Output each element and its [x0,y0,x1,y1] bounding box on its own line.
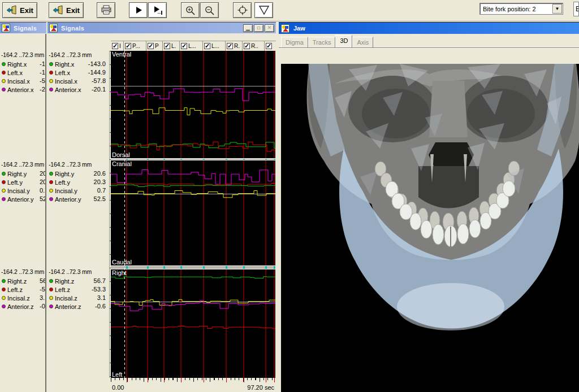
trace-color-dot [49,304,53,308]
signal-row: Left.y20.3 [47,178,109,186]
trace-color-dot [2,62,6,66]
tab-3d[interactable]: 3D [335,35,352,47]
trace-color-dot [2,189,6,193]
play-to-end-button[interactable] [148,2,167,18]
trace-color-dot [2,88,6,92]
signal-range: -164.2 ..72.3 mm [0,51,45,60]
crosshair-icon [237,5,248,16]
filter-funnel-button[interactable] [254,2,273,18]
trace-color-dot [2,180,6,184]
signal-group-x: -164.2 ..72.3 mm Right.x-143.0 Left.x-14… [0,51,45,94]
signal-row: Left.y20.3 [0,178,45,186]
combobox-dropdown-arrow[interactable]: ▼ [552,4,562,14]
tab-axis[interactable]: Axis [352,37,373,47]
signal-row: Right.x-143.0 [47,60,109,68]
trace-color-dot [2,279,6,283]
trace-checkbox[interactable]: L. [163,41,180,51]
exit-button-label: Exit [66,6,80,15]
signals-panel: -164.2 ..72.3 mm Right.x-143.0 Left.x-14… [47,34,109,392]
exit-button-2[interactable]: Exit [49,2,84,18]
trace-checkbox[interactable]: R. [226,41,243,51]
trace-checkbox[interactable]: P... [124,41,146,51]
zoom-out-button[interactable] [200,2,219,18]
signal-row: Anterior.x-20.1 [0,85,45,94]
trace-color-dot [49,88,53,92]
trace-checkbox[interactable] [265,41,276,51]
jaw-window-titlebar[interactable]: Jaw [279,22,579,34]
signal-group-y: -164.2 ..72.3 mm Right.y20.6 Left.y20.3 … [0,161,45,203]
skull-3d-render [281,64,579,392]
signal-row: Right.y20.6 [47,169,109,178]
signal-row: Right.y20.6 [0,169,45,178]
close-button[interactable]: ✕ [265,24,274,32]
signal-row: Left.z-53.3 [47,285,109,294]
signal-range: -164.2 ..72.3 mm [47,161,109,169]
panel-separator [111,265,275,269]
time-axis-ticks [111,378,275,384]
signal-range: -164.2 ..72.3 mm [0,161,45,169]
checkbox-checked-icon[interactable] [204,43,210,49]
checkbox-checked-icon[interactable] [227,43,233,49]
checkbox-checked-icon[interactable] [125,43,131,49]
exit-door-icon [6,5,18,16]
chart-panel-z[interactable]: Right Left [111,269,275,378]
trace-color-dot [2,197,6,201]
checkbox-checked-icon[interactable] [112,43,118,49]
checkbox-checked-icon[interactable] [266,43,272,49]
center-crosshair-button[interactable] [233,2,252,18]
minimize-button[interactable]: ▁ [243,24,253,32]
trace-color-dot [2,288,6,291]
trace-color-dot [2,296,6,300]
jaw-window-icon [281,24,290,33]
trace-checkbox[interactable]: L... [180,41,203,51]
signal-group-z: -164.2 ..72.3 mm Right.z56.7 Left.z-53.3… [0,268,45,311]
chart-panel-x[interactable]: Ventral Dorsal [111,51,275,158]
signal-group-x: -164.2 ..72.3 mm Right.x-143.0 Left.x-14… [47,51,109,94]
signal-row: Incisal.y0.7 [0,186,45,195]
trace-checkbox[interactable]: R.. [243,41,265,51]
trace-color-dot [2,172,6,176]
clipped-edge-control[interactable]: E [573,2,579,16]
signals-chart-area[interactable]: Ventral Dorsal Cranial Caudal Right Left [111,51,275,378]
zoom-in-button[interactable] [181,2,200,18]
trace-checkbox[interactable]: P [146,41,163,51]
tab-digma[interactable]: Digma [281,37,308,47]
signal-row: Anterior.y52.5 [0,195,45,203]
trace-checkbox-row: I P... P L. L... L... R. R.. [111,41,276,51]
signal-group-y: -164.2 ..72.3 mm Right.y20.6 Left.y20.3 … [47,161,109,203]
signal-row: Anterior.x-20.1 [47,85,109,94]
jaw-3d-viewport[interactable] [281,64,579,392]
signals-window2-title: Signals [61,25,84,32]
signal-row: Anterior.y52.5 [47,195,109,203]
bite-fork-position-value: Bite fork position: 2 [480,6,552,12]
signals-window-title: Signals [14,25,37,32]
signal-range: -164.2 ..72.3 mm [47,268,109,277]
tab-tracks[interactable]: Tracks [308,37,336,47]
panel-bottom-label: Dorsal [112,151,130,158]
signal-row: Right.z56.7 [0,277,45,285]
play-button[interactable] [129,2,148,18]
time-cursor-line[interactable] [124,51,125,378]
trace-checkbox[interactable]: L... [203,41,226,51]
signals-panel-clipped: -164.2 ..72.3 mm Right.x-143.0 Left.x-14… [0,34,46,392]
trace-checkbox[interactable]: I [111,41,124,51]
maximize-button[interactable]: □ [254,24,263,32]
bite-fork-position-select[interactable]: Bite fork position: 2 ▼ [479,3,563,15]
signals-window2-titlebar[interactable]: Signals ▁ □ ✕ [47,22,276,33]
checkbox-checked-icon[interactable] [164,43,170,49]
signal-row: Incisal.z3.1 [0,294,45,302]
exit-button[interactable]: Exit [2,2,37,18]
checkbox-checked-icon[interactable] [148,43,154,49]
exit-door-icon [53,5,64,16]
panel-bottom-label: Left [112,371,122,378]
panel-top-label: Cranial [112,160,132,167]
signals-window-titlebar[interactable]: Signals [0,22,46,33]
print-button[interactable] [97,2,115,18]
trace-color-dot [2,304,6,308]
zoom-out-icon [204,5,215,16]
checkbox-checked-icon[interactable] [181,43,187,49]
chart-panel-y[interactable]: Cranial Caudal [111,160,275,265]
signal-range: -164.2 ..72.3 mm [0,268,45,277]
signal-group-z: -164.2 ..72.3 mm Right.z56.7 Left.z-53.3… [47,268,109,311]
checkbox-checked-icon[interactable] [244,43,250,49]
